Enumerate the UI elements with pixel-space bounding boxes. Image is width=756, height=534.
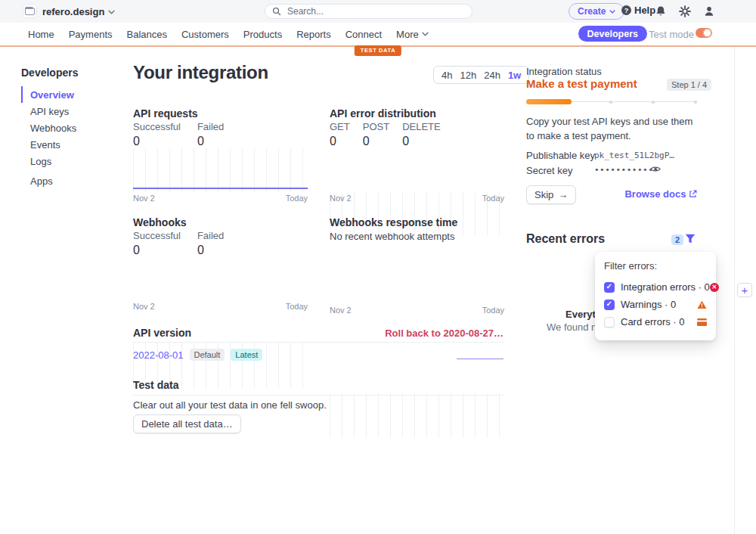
test-data-title: Test data [133,379,178,391]
stat-delete: DELETE 0 [402,121,441,148]
stat-label: Successful [133,230,181,241]
webhooks-response-time-axis: Nov 2 Today [330,306,504,315]
axis-start-label: Nov 2 [133,302,155,311]
section-divider [133,395,503,396]
checkbox-checked[interactable] [604,300,615,310]
nav-tab-balances[interactable]: Balances [127,29,167,40]
nav-tab-connect[interactable]: Connect [345,29,382,40]
filter-errors-popup: Filter errors: Integration errors · 0 ✕ … [595,252,716,340]
test-data-badge: TEST DATA [355,45,401,56]
rollback-underline [457,359,503,359]
checkbox-checked[interactable] [604,282,615,293]
filter-option-warnings[interactable]: Warnings · 0 [604,296,707,313]
sidebar-item-api-keys[interactable]: API keys [21,103,76,120]
warning-triangle-icon [697,300,707,309]
workspace-logo-icon[interactable] [23,4,37,18]
filter-option-card-errors[interactable]: Card errors · 0 [604,313,707,331]
stat-value: 0 [197,135,224,148]
integration-progress-bar [526,99,697,104]
sidebar-nav: Overview API keys Webhooks Events Logs [21,86,76,169]
developers-pill-button[interactable]: Developers [578,26,647,42]
right-panel-divider [734,47,735,534]
stat-failed: Failed 0 [197,121,224,148]
section-divider [133,342,503,343]
sidebar-item-logs[interactable]: Logs [21,153,76,169]
webhooks-response-time-chart [330,393,504,438]
rollback-link[interactable]: Roll back to 2020-08-27… [133,328,503,339]
credit-card-icon [697,318,707,326]
api-version-link[interactable]: 2022-08-01 [133,349,184,361]
sidebar-item-events[interactable]: Events [21,136,76,153]
test-mode-label: Test mode [649,29,694,40]
developers-dashboard: refero.design Create ? Help Home Payment… [0,0,756,534]
account-switcher[interactable]: refero.design [42,6,115,17]
nav-tab-products[interactable]: Products [243,29,282,40]
external-link-icon [689,190,697,198]
user-profile-icon[interactable] [703,5,715,17]
sidebar-item-overview[interactable]: Overview [21,86,76,103]
stat-value: 0 [133,244,181,257]
range-option-24h[interactable]: 24h [484,70,500,81]
stat-label: Successful [133,121,181,132]
help-button[interactable]: ? Help [621,5,655,16]
stat-post: POST 0 [363,121,389,148]
nav-tab-more-label: More [396,29,419,40]
notifications-bell-icon[interactable] [655,5,667,17]
account-name: refero.design [42,6,104,17]
publishable-key-value[interactable]: pk_test_51L2bgP… [594,151,674,160]
integration-description: Copy your test API keys and use them to … [526,115,700,144]
toggle-knob [703,29,711,37]
stat-value: 0 [363,135,389,148]
help-label: Help [634,5,655,16]
help-icon: ? [621,5,631,15]
search-input[interactable] [286,5,455,17]
stat-label: DELETE [402,121,441,132]
errors-count-badge: 2 [671,234,683,245]
test-mode-toggle[interactable] [696,28,712,38]
range-option-1w[interactable]: 1w [508,70,521,81]
stat-label: Failed [197,121,224,132]
api-version-row: 2022-08-01 Default Latest [133,349,262,361]
latest-badge: Latest [231,349,262,361]
nav-tab-home[interactable]: Home [28,29,54,40]
range-option-12h[interactable]: 12h [460,70,476,81]
nav-tab-more[interactable]: More [396,29,429,40]
range-option-4h[interactable]: 4h [442,70,452,81]
error-circle-icon: ✕ [710,283,719,292]
create-button[interactable]: Create [569,3,624,20]
progress-dot [609,101,612,104]
filter-option-label: Card errors · 0 [621,316,697,328]
axis-end-label: Today [482,306,504,315]
browse-docs-link[interactable]: Browse docs [0,188,697,200]
empty-state-heading-fragment: Everyt [565,309,596,320]
stat-label: Failed [197,230,224,241]
nav-tab-payments[interactable]: Payments [69,29,113,40]
settings-gear-icon[interactable] [679,5,691,17]
axis-start-label: Nov 2 [330,306,352,315]
webhooks-axis: Nov 2 Today [133,302,308,311]
checkbox-unchecked[interactable] [604,317,615,328]
nav-tab-reports[interactable]: Reports [296,29,331,40]
browser-icon [25,8,35,15]
stat-successful: Successful 0 [133,121,181,148]
empty-state-text-fragment: We found no [547,321,602,333]
sidebar-item-apps[interactable]: Apps [30,175,53,187]
time-range-selector: 4h 12h 24h 1w [433,66,529,84]
search-bar[interactable] [265,4,472,19]
step-counter-badge: Step 1 / 4 [667,79,711,91]
filter-funnel-icon[interactable] [685,234,696,244]
stat-value: 0 [197,244,224,257]
filter-option-integration-errors[interactable]: Integration errors · 0 ✕ [604,278,707,296]
page-title: Your integration [133,62,268,83]
stat-value: 0 [133,135,181,148]
test-data-description: Clear out all your test data in one fell… [133,399,327,411]
nav-tab-customers[interactable]: Customers [181,29,229,40]
secret-key-label: Secret key [526,165,572,176]
browse-docs-label: Browse docs [624,188,686,200]
delete-test-data-button[interactable]: Delete all test data… [133,414,241,433]
reveal-secret-eye-icon[interactable] [650,165,661,173]
add-button[interactable]: + [737,283,752,297]
chevron-down-icon [422,32,429,36]
sidebar-item-webhooks[interactable]: Webhooks [21,120,76,136]
stat-label: GET [330,121,350,132]
